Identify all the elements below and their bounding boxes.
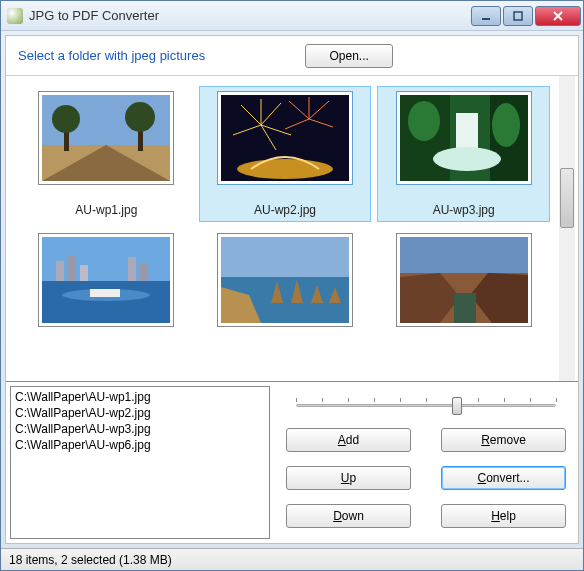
down-button[interactable]: Down [286,504,411,528]
thumbnail-caption: AU-wp1.jpg [75,203,137,217]
controls-panel: Add Remove Up Convert... Down Help [274,382,578,543]
app-window: JPG to PDF Converter Select a folder wit… [0,0,584,571]
remove-button[interactable]: Remove [441,428,566,452]
open-button[interactable]: Open... [305,44,393,68]
scrollbar-thumb[interactable] [560,168,574,228]
status-text: 18 items, 2 selected (1.38 MB) [9,553,172,567]
svg-rect-37 [140,263,148,281]
svg-rect-36 [128,257,136,281]
thumbnail-item[interactable]: AU-wp3.jpg [377,86,550,222]
svg-rect-33 [56,261,64,281]
action-buttons: Add Remove Up Convert... Down Help [286,428,566,532]
svg-rect-51 [454,293,476,323]
up-button[interactable]: Up [286,466,411,490]
thumbnail-item[interactable] [377,228,550,350]
list-item[interactable]: C:\WallPaper\AU-wp2.jpg [15,405,265,421]
svg-rect-39 [90,289,120,297]
thumbnail-item[interactable] [199,228,372,350]
svg-rect-34 [68,255,76,281]
svg-rect-1 [514,12,522,20]
status-bar: 18 items, 2 selected (1.38 MB) [1,548,583,570]
window-controls [471,6,581,26]
list-item[interactable]: C:\WallPaper\AU-wp3.jpg [15,421,265,437]
maximize-button[interactable] [503,6,533,26]
titlebar[interactable]: JPG to PDF Converter [1,1,583,31]
svg-point-10 [125,102,155,132]
close-button[interactable] [535,6,581,26]
window-title: JPG to PDF Converter [29,8,471,23]
thumbnail-image [217,91,353,185]
thumbnail-pane: AU-wp1.jpg [6,76,578,381]
thumbnail-caption: AU-wp3.jpg [433,203,495,217]
help-button[interactable]: Help [441,504,566,528]
bottom-panel: C:\WallPaper\AU-wp1.jpg C:\WallPaper\AU-… [6,381,578,543]
app-icon [7,8,23,24]
thumbnail-item[interactable]: AU-wp2.jpg [199,86,372,222]
slider-track [296,404,556,407]
svg-rect-32 [42,281,170,323]
minimize-button[interactable] [471,6,501,26]
svg-rect-35 [80,265,88,281]
zoom-slider-row [286,390,566,420]
file-list[interactable]: C:\WallPaper\AU-wp1.jpg C:\WallPaper\AU-… [10,386,270,539]
list-item[interactable]: C:\WallPaper\AU-wp1.jpg [15,389,265,405]
add-button[interactable]: Add [286,428,411,452]
toolbar: Select a folder with jpeg pictures Open.… [6,36,578,76]
thumbnail-grid: AU-wp1.jpg [6,76,578,360]
slider-thumb[interactable] [452,397,462,415]
svg-point-30 [492,103,520,147]
svg-rect-47 [400,237,528,273]
list-item[interactable]: C:\WallPaper\AU-wp6.jpg [15,437,265,453]
zoom-slider[interactable] [296,395,556,415]
svg-point-29 [408,101,440,141]
thumbnail-caption: AU-wp2.jpg [254,203,316,217]
convert-button[interactable]: Convert... [441,466,566,490]
thumbnail-image [38,91,174,185]
thumbnail-image [217,233,353,327]
svg-point-8 [52,105,80,133]
folder-prompt: Select a folder with jpeg pictures [18,48,205,63]
svg-point-28 [433,147,501,171]
thumbnail-image [396,91,532,185]
svg-rect-40 [221,237,349,277]
client-area: Select a folder with jpeg pictures Open.… [5,35,579,544]
thumbnail-scrollbar[interactable] [559,76,575,381]
thumbnail-item[interactable]: AU-wp1.jpg [20,86,193,222]
thumbnail-item[interactable] [20,228,193,350]
thumbnail-image [396,233,532,327]
thumbnail-image [38,233,174,327]
